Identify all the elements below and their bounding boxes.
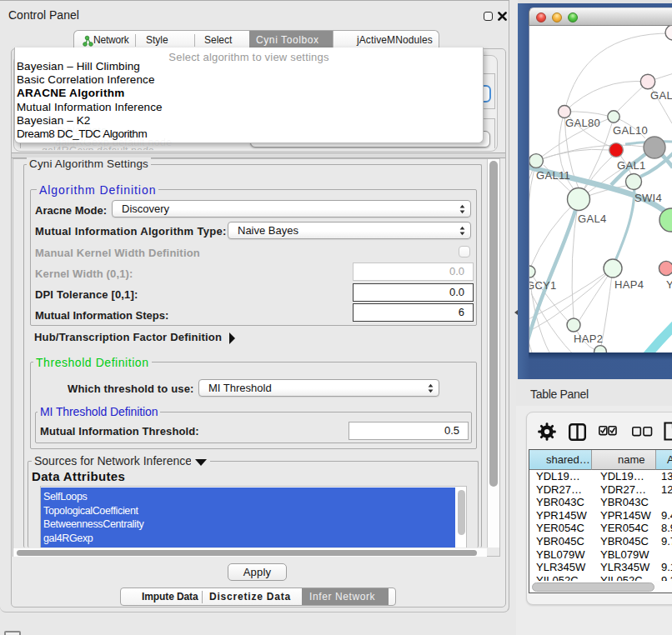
svg-text:GAL10: GAL10	[613, 124, 648, 137]
svg-text:HAP4: HAP4	[614, 278, 644, 291]
svg-text:SWI4: SWI4	[634, 192, 662, 204]
svg-text:GAL80: GAL80	[565, 117, 600, 129]
svg-text:GAL11: GAL11	[536, 169, 570, 182]
svg-text:GAL7: GAL7	[650, 89, 672, 102]
svg-text:HAP2: HAP2	[574, 332, 603, 345]
svg-text:GCY1: GCY1	[529, 279, 557, 292]
svg-text:GAL4: GAL4	[578, 212, 606, 225]
svg-text:Y: Y	[666, 278, 672, 291]
svg-text:GAL1: GAL1	[617, 159, 645, 172]
